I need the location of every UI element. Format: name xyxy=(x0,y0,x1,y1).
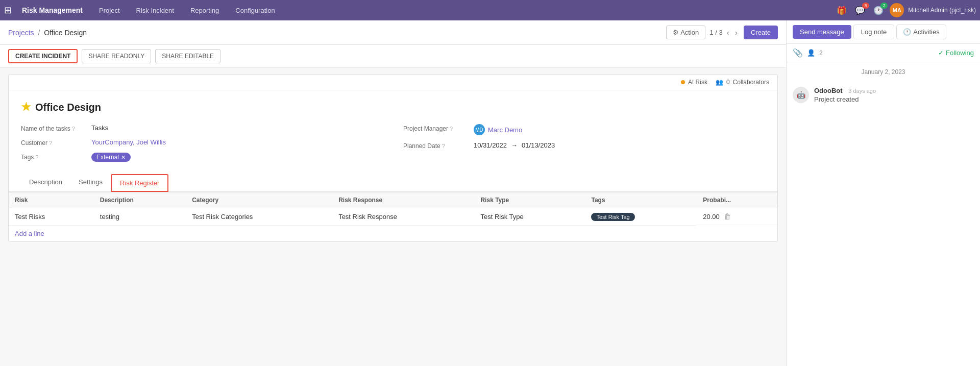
cell-risk-response: Test Risk Response xyxy=(332,208,474,226)
breadcrumb-parent[interactable]: Projects xyxy=(8,29,34,37)
avatar[interactable]: MA xyxy=(890,3,904,17)
col-risk-response: Risk Response xyxy=(332,192,474,208)
col-risk-type: Risk Type xyxy=(474,192,585,208)
collaborators-btn[interactable]: 👥 0 Collaborators xyxy=(716,79,769,86)
add-line-button[interactable]: Add a line xyxy=(9,226,777,241)
date-arrow: → xyxy=(511,141,518,149)
collaborators-count: 0 xyxy=(726,79,730,86)
right-panel: Send message Log note 🕐 Activities 📎 👤 2… xyxy=(786,20,980,366)
cell-risk-type: Test Risk Type xyxy=(474,208,585,226)
right-panel-header: Send message Log note 🕐 Activities xyxy=(787,20,980,44)
project-manager-field: Project Manager ? MD Marc Demo xyxy=(403,124,765,135)
customer-help-icon[interactable]: ? xyxy=(49,140,52,146)
project-title: ★ Office Design xyxy=(21,101,765,114)
share-readonly-button[interactable]: SHARE READONLY xyxy=(82,49,151,63)
message-text: Project created xyxy=(814,95,876,103)
date-end[interactable]: 01/13/2023 xyxy=(522,141,555,149)
chat-icon[interactable]: 💬 5 xyxy=(853,4,867,17)
followers-count: 2 xyxy=(819,50,823,57)
create-button[interactable]: Create xyxy=(744,26,778,39)
cell-category: Test Risk Categories xyxy=(186,208,332,226)
status-dot xyxy=(681,80,685,84)
action-right: ⚙ Action 1 / 3 ‹ › Create xyxy=(666,26,778,39)
chat-badge: 5 xyxy=(862,3,869,9)
tags-value: External ✕ xyxy=(91,153,131,162)
table-row[interactable]: Test Risks testing Test Risk Categories … xyxy=(9,208,777,226)
next-arrow[interactable]: › xyxy=(733,28,740,38)
message-content: OdooBot 3 days ago Project created xyxy=(814,87,876,103)
col-category: Category xyxy=(186,192,332,208)
log-note-button[interactable]: Log note xyxy=(853,25,895,39)
manager-help-icon[interactable]: ? xyxy=(450,126,453,132)
help-icon[interactable]: ? xyxy=(72,126,75,132)
clock-icon[interactable]: 🕐 2 xyxy=(871,4,886,17)
activities-button[interactable]: 🕐 Activities xyxy=(896,25,946,39)
status-bar: At Risk 👥 0 Collaborators xyxy=(9,75,777,90)
date-range: 10/31/2022 → 01/13/2023 xyxy=(474,141,555,149)
planned-date-field: Planned Date ? 10/31/2022 → 01/13/2023 xyxy=(403,141,765,150)
name-of-tasks-value: Tasks xyxy=(91,124,383,132)
tab-risk-register[interactable]: Risk Register xyxy=(111,174,168,192)
top-navigation: ⊞ Risk Management Project Risk Incident … xyxy=(0,0,980,20)
col-probability: Probabi... xyxy=(697,192,777,208)
star-icon[interactable]: ★ xyxy=(21,101,31,114)
send-message-button[interactable]: Send message xyxy=(793,25,851,39)
share-editable-button[interactable]: SHARE EDITABLE xyxy=(155,49,220,63)
user-name[interactable]: Mitchell Admin (pjct_risk) xyxy=(908,7,976,14)
date-help-icon[interactable]: ? xyxy=(442,143,445,149)
pagination: 1 / 3 ‹ › xyxy=(709,28,740,38)
content-wrapper: Projects / Office Design ⚙ Action 1 / 3 … xyxy=(0,20,980,366)
tags-label: Tags ? xyxy=(21,153,87,161)
col-tags: Tags xyxy=(585,192,697,208)
tag-remove-icon[interactable]: ✕ xyxy=(121,154,126,161)
message-item: 🤖 OdooBot 3 days ago Project created xyxy=(787,82,980,108)
name-of-tasks-field: Name of the tasks ? Tasks xyxy=(21,124,383,132)
nav-icons: 🎁 💬 5 🕐 2 MA Mitchell Admin (pjct_risk) xyxy=(835,3,976,17)
create-incident-button[interactable]: CREATE INCIDENT xyxy=(8,49,78,63)
cell-probability: 20.00 🗑 xyxy=(697,208,777,225)
app-grid-icon[interactable]: ⊞ xyxy=(4,5,12,16)
prev-arrow[interactable]: ‹ xyxy=(725,28,731,38)
collaborators-icon: 👥 xyxy=(716,79,723,86)
planned-date-label: Planned Date ? xyxy=(403,141,470,150)
message-sender: OdooBot xyxy=(814,87,843,94)
app-brand: Risk Management xyxy=(22,6,83,14)
manager-value: MD Marc Demo xyxy=(474,124,522,135)
risk-tag-chip: Test Risk Tag xyxy=(591,213,634,221)
project-header: ★ Office Design xyxy=(9,90,777,120)
action-button[interactable]: ⚙ Action xyxy=(666,26,705,39)
date-header: January 2, 2023 xyxy=(787,62,980,82)
tag-chip-external: External ✕ xyxy=(91,153,131,162)
date-start[interactable]: 10/31/2022 xyxy=(474,141,507,149)
delete-row-icon[interactable]: 🗑 xyxy=(724,212,731,221)
gift-icon[interactable]: 🎁 xyxy=(835,4,849,17)
tags-field: Tags ? External ✕ xyxy=(21,153,383,162)
status-chip: At Risk xyxy=(681,79,707,86)
bot-avatar: 🤖 xyxy=(793,87,809,103)
customer-value[interactable]: YourCompany, Joel Willis xyxy=(91,138,383,146)
manager-name[interactable]: Marc Demo xyxy=(488,126,522,134)
fields-section: Name of the tasks ? Tasks Customer ? You… xyxy=(9,120,777,170)
col-risk: Risk xyxy=(9,192,94,208)
following-button[interactable]: ✓ Following xyxy=(938,49,974,57)
action-bar: Projects / Office Design ⚙ Action 1 / 3 … xyxy=(0,20,786,45)
bot-avatar-icon: 🤖 xyxy=(797,91,805,99)
tab-settings[interactable]: Settings xyxy=(70,174,111,191)
nav-configuration[interactable]: Configuration xyxy=(231,5,279,16)
message-time: 3 days ago xyxy=(848,88,876,94)
customer-label: Customer ? xyxy=(21,138,87,147)
nav-project[interactable]: Project xyxy=(95,5,124,16)
form-container: At Risk 👥 0 Collaborators ★ Office Desig… xyxy=(8,74,778,242)
breadcrumb[interactable]: Projects / Office Design xyxy=(8,29,87,37)
button-bar: CREATE INCIDENT SHARE READONLY SHARE EDI… xyxy=(0,45,786,68)
tags-help-icon[interactable]: ? xyxy=(35,154,38,160)
breadcrumb-separator: / xyxy=(38,29,40,37)
collaborators-label: Collaborators xyxy=(733,79,769,86)
checkmark-icon: ✓ xyxy=(938,49,944,57)
attachment-icon[interactable]: 📎 xyxy=(793,48,803,58)
project-name: Office Design xyxy=(35,102,101,113)
nav-risk-incident[interactable]: Risk Incident xyxy=(132,5,178,16)
tab-description[interactable]: Description xyxy=(21,174,70,191)
project-manager-label: Project Manager ? xyxy=(403,124,470,132)
nav-reporting[interactable]: Reporting xyxy=(186,5,223,16)
